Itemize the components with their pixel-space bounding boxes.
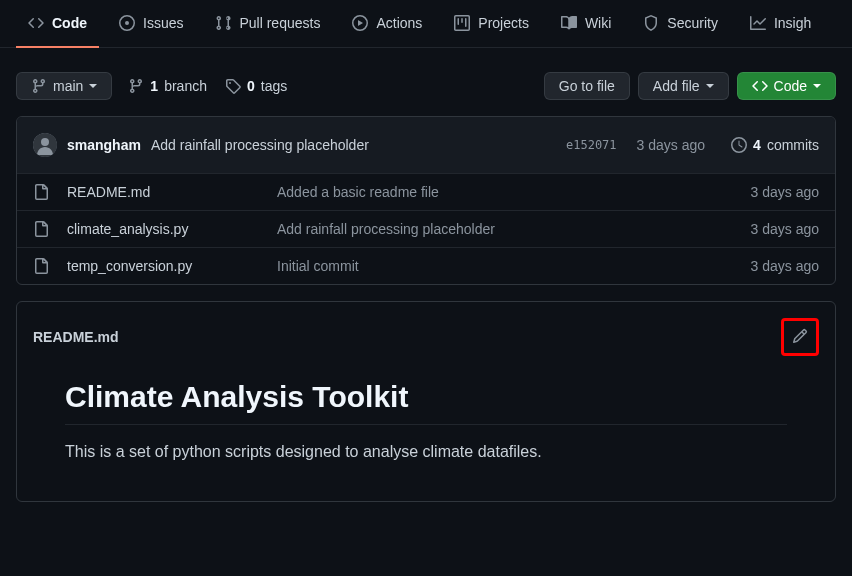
commits-count: 4 — [753, 137, 761, 153]
tab-label: Insigh — [774, 15, 811, 31]
caret-down-icon — [89, 84, 97, 88]
tab-issues[interactable]: Issues — [107, 0, 195, 48]
branch-count-label: branch — [164, 78, 207, 94]
go-to-file-button[interactable]: Go to file — [544, 72, 630, 100]
branch-count: 1 — [150, 78, 158, 94]
readme-title: Climate Analysis Toolkit — [65, 380, 787, 425]
project-icon — [454, 15, 470, 31]
file-row: temp_conversion.py Initial commit 3 days… — [17, 248, 835, 284]
file-name[interactable]: temp_conversion.py — [67, 258, 277, 274]
add-file-label: Add file — [653, 78, 700, 94]
play-icon — [352, 15, 368, 31]
caret-down-icon — [813, 84, 821, 88]
tab-security[interactable]: Security — [631, 0, 730, 48]
file-time: 3 days ago — [751, 221, 820, 237]
history-icon — [731, 137, 747, 153]
add-file-button[interactable]: Add file — [638, 72, 729, 100]
tab-label: Security — [667, 15, 718, 31]
pencil-icon — [792, 328, 808, 347]
tab-label: Wiki — [585, 15, 611, 31]
book-icon — [561, 15, 577, 31]
code-icon — [752, 78, 768, 94]
file-commit-message[interactable]: Initial commit — [277, 258, 751, 274]
file-row: climate_analysis.py Add rainfall process… — [17, 211, 835, 248]
file-row: README.md Added a basic readme file 3 da… — [17, 174, 835, 211]
file-icon — [33, 258, 51, 274]
code-icon — [28, 15, 44, 31]
tag-icon — [225, 78, 241, 94]
file-name[interactable]: README.md — [67, 184, 277, 200]
file-icon — [33, 184, 51, 200]
tab-label: Actions — [376, 15, 422, 31]
code-download-button[interactable]: Code — [737, 72, 836, 100]
tag-count-label: tags — [261, 78, 287, 94]
tag-count: 0 — [247, 78, 255, 94]
svg-point-2 — [41, 138, 49, 146]
tab-actions[interactable]: Actions — [340, 0, 434, 48]
file-commit-message[interactable]: Add rainfall processing placeholder — [277, 221, 751, 237]
tags-link[interactable]: 0 tags — [225, 78, 287, 94]
readme-box: README.md Climate Analysis Toolkit This … — [16, 301, 836, 502]
branch-name: main — [53, 78, 83, 94]
commit-time[interactable]: 3 days ago — [637, 137, 706, 153]
tab-code[interactable]: Code — [16, 0, 99, 48]
tab-projects[interactable]: Projects — [442, 0, 541, 48]
code-button-label: Code — [774, 78, 807, 94]
commits-link[interactable]: 4 commits — [731, 137, 819, 153]
file-commit-message[interactable]: Added a basic readme file — [277, 184, 751, 200]
latest-commit-row: smangham Add rainfall processing placeho… — [17, 117, 835, 174]
graph-icon — [750, 15, 766, 31]
branch-icon — [128, 78, 144, 94]
edit-button-highlight — [781, 318, 819, 356]
commits-label: commits — [767, 137, 819, 153]
branches-link[interactable]: 1 branch — [128, 78, 207, 94]
file-name[interactable]: climate_analysis.py — [67, 221, 277, 237]
readme-content: Climate Analysis Toolkit This is a set o… — [33, 380, 819, 485]
tab-insights[interactable]: Insigh — [738, 0, 823, 48]
avatar[interactable] — [33, 133, 57, 157]
file-browser: smangham Add rainfall processing placeho… — [16, 116, 836, 285]
pull-request-icon — [215, 15, 231, 31]
tab-pull-requests[interactable]: Pull requests — [203, 0, 332, 48]
tab-label: Issues — [143, 15, 183, 31]
tab-label: Code — [52, 15, 87, 31]
caret-down-icon — [706, 84, 714, 88]
commit-author[interactable]: smangham — [67, 137, 141, 153]
file-time: 3 days ago — [751, 184, 820, 200]
file-icon — [33, 221, 51, 237]
tab-wiki[interactable]: Wiki — [549, 0, 623, 48]
repo-tabs: Code Issues Pull requests Actions Projec… — [0, 0, 852, 48]
readme-filename[interactable]: README.md — [33, 329, 119, 345]
tab-label: Pull requests — [239, 15, 320, 31]
main-content: main 1 branch 0 tags Go to file Add file — [0, 48, 852, 526]
file-time: 3 days ago — [751, 258, 820, 274]
repo-toolbar: main 1 branch 0 tags Go to file Add file — [16, 72, 836, 100]
readme-body: This is a set of python scripts designed… — [65, 443, 787, 461]
branch-icon — [31, 78, 47, 94]
shield-icon — [643, 15, 659, 31]
edit-readme-button[interactable] — [786, 323, 814, 351]
commit-hash[interactable]: e152071 — [566, 138, 617, 152]
tab-label: Projects — [478, 15, 529, 31]
issue-icon — [119, 15, 135, 31]
svg-point-0 — [125, 21, 129, 25]
commit-message[interactable]: Add rainfall processing placeholder — [151, 137, 369, 153]
branch-select-button[interactable]: main — [16, 72, 112, 100]
